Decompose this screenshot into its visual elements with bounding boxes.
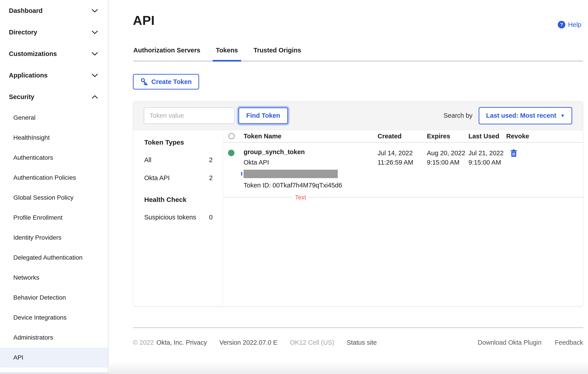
sidebar-item-behavior-detection[interactable]: Behavior Detection <box>0 288 108 308</box>
chevron-down-icon <box>92 9 98 13</box>
sidebar-item-label: Customizations <box>9 50 57 58</box>
sidebar-item-dashboard[interactable]: Dashboard <box>0 0 108 21</box>
token-type-label: All <box>144 156 151 164</box>
suspicious-tokens-count: 0 <box>209 214 213 221</box>
column-header-expires: Expires <box>427 132 468 140</box>
feedback-link[interactable]: Feedback <box>555 339 583 346</box>
sidebar-item-security[interactable]: Security <box>0 86 108 108</box>
privacy-link[interactable]: Okta, Inc. Privacy <box>157 339 207 346</box>
search-by-label: Search by <box>443 112 473 119</box>
token-type-label: Okta API <box>144 174 169 182</box>
sidebar-item-device-integrations[interactable]: Device Integrations <box>0 308 108 328</box>
sidebar-item-directory[interactable]: Directory <box>0 21 108 43</box>
sort-dropdown[interactable]: Last used: Most recent ▼ <box>479 107 572 124</box>
chevron-down-icon <box>92 52 98 56</box>
sidebar-security-subnav: General HealthInsight Authenticators Aut… <box>0 108 108 368</box>
sidebar-item-identity-providers[interactable]: Identity Providers <box>0 228 108 248</box>
token-type: Okta API <box>243 159 378 166</box>
sidebar-item-api[interactable]: API <box>0 348 108 368</box>
sidebar-item-administrators[interactable]: Administrators <box>0 328 108 348</box>
token-type-all[interactable]: All 2 <box>144 156 213 164</box>
tab-tokens[interactable]: Tokens <box>215 44 238 61</box>
sidebar-item-global-session-policy[interactable]: Global Session Policy <box>0 188 108 208</box>
tab-authorization-servers[interactable]: Authorization Servers <box>133 44 201 61</box>
redacted-token-value <box>243 170 338 178</box>
footer-divider <box>133 327 583 328</box>
chevron-down-icon <box>92 30 98 34</box>
download-okta-plugin-link[interactable]: Download Okta Plugin <box>478 339 542 346</box>
sidebar-item-networks[interactable]: Networks <box>0 268 108 288</box>
sidebar-item-label: Directory <box>9 29 37 36</box>
table-row: group_synch_token Okta API Token ID: 00T… <box>223 142 583 197</box>
token-types-title: Token Types <box>144 139 213 146</box>
token-id: Token ID: 00Tkaf7h4M79qTxi45d6 <box>243 182 378 189</box>
sidebar: Dashboard Directory Customizations Appli… <box>0 0 108 374</box>
sidebar-item-label: Dashboard <box>9 7 42 14</box>
tokens-table: Token Name Created Expires Last Used Rev… <box>223 130 583 306</box>
token-value-input[interactable] <box>144 108 235 124</box>
sidebar-item-profile-enrollment[interactable]: Profile Enrollment <box>0 208 108 228</box>
version-text: Version 2022.07.0 E <box>219 339 277 346</box>
sidebar-item-authenticators[interactable]: Authenticators <box>0 148 108 168</box>
main-content: API ? Help Authorization Servers Tokens … <box>109 0 588 374</box>
bottom-fade <box>109 362 588 374</box>
token-type-okta-api[interactable]: Okta API 2 <box>144 174 213 182</box>
find-token-button[interactable]: Find Token <box>238 108 288 124</box>
page-title: API <box>133 13 155 28</box>
sort-dropdown-value: Last used: Most recent <box>486 112 556 119</box>
token-expires-cell: Aug 20, 2022 9:15:00 AM <box>427 148 468 167</box>
token-types-panel: Token Types All 2 Okta API 2 Health Chec… <box>133 130 223 306</box>
column-header-revoke: Revoke <box>506 132 583 140</box>
sidebar-item-customizations[interactable]: Customizations <box>0 43 108 65</box>
cell-text: OK12 Cell (US) <box>290 339 334 346</box>
tab-bar: Authorization Servers Tokens Trusted Ori… <box>133 44 583 61</box>
token-type-count: 2 <box>209 174 213 182</box>
token-status-dot <box>228 150 234 156</box>
column-header-last-used: Last Used <box>468 132 506 140</box>
sidebar-bottom-strip <box>0 373 108 374</box>
caret-down-icon: ▼ <box>560 113 565 118</box>
health-check-title: Health Check <box>144 196 213 203</box>
chevron-up-icon <box>92 95 98 99</box>
suspicious-tokens-filter[interactable]: Suspicious tokens 0 <box>144 214 213 221</box>
create-token-label: Create Token <box>151 78 192 85</box>
token-type-count: 2 <box>209 156 213 164</box>
column-header-created: Created <box>378 132 427 140</box>
trash-icon <box>510 149 517 157</box>
token-last-used-cell: Jul 21, 2022 9:15:00 AM <box>468 148 506 167</box>
token-filter-bar: Find Token Search by Last used: Most rec… <box>133 101 583 130</box>
create-token-button[interactable]: Create Token <box>133 74 199 90</box>
status-site-link[interactable]: Status site <box>347 339 377 346</box>
footer: © 2022 Okta, Inc. Privacy Version 2022.0… <box>133 339 583 346</box>
revoke-token-button[interactable] <box>509 148 518 158</box>
sidebar-item-label: Security <box>9 93 34 101</box>
token-name[interactable]: group_synch_token <box>243 148 378 156</box>
help-icon: ? <box>558 21 565 29</box>
chevron-down-icon <box>92 73 98 77</box>
sidebar-item-healthinsight[interactable]: HealthInsight <box>0 128 108 148</box>
table-header-row: Token Name Created Expires Last Used Rev… <box>223 130 583 142</box>
suspicious-tokens-label: Suspicious tokens <box>144 214 196 221</box>
sidebar-item-general[interactable]: General <box>0 108 108 128</box>
tokens-panel: Find Token Search by Last used: Most rec… <box>133 101 583 306</box>
token-created-cell: Jul 14, 2022 11:26:59 AM <box>378 148 427 167</box>
sidebar-item-authentication-policies[interactable]: Authentication Policies <box>0 168 108 188</box>
help-link[interactable]: ? Help <box>558 21 581 29</box>
select-all-radio[interactable] <box>229 133 235 139</box>
column-header-token-name: Token Name <box>243 132 378 140</box>
annotation-text-label: Text <box>293 194 308 201</box>
sidebar-item-applications[interactable]: Applications <box>0 65 108 86</box>
sidebar-item-delegated-authentication[interactable]: Delegated Authentication <box>0 248 108 268</box>
help-label: Help <box>568 21 581 29</box>
key-plus-icon <box>140 78 148 85</box>
sidebar-top-nav: Dashboard Directory Customizations Appli… <box>0 0 108 108</box>
sidebar-item-label: Applications <box>9 72 48 79</box>
tab-trusted-origins[interactable]: Trusted Origins <box>253 44 302 61</box>
copyright-text: © 2022 <box>133 339 154 346</box>
